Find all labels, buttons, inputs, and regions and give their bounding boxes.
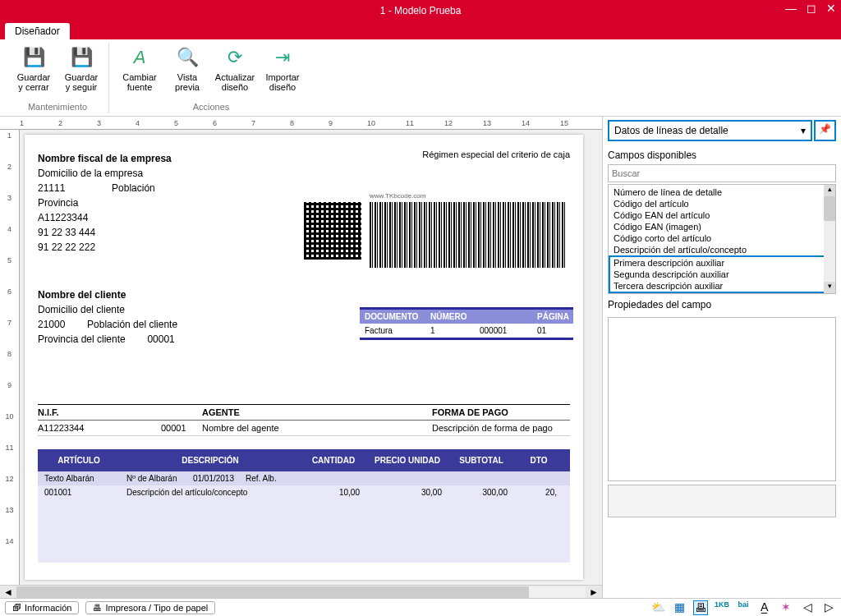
window-title: 1 - Modelo Prueba <box>380 5 462 16</box>
list-item[interactable]: Código corto del artículo <box>610 232 834 244</box>
font-icon: A <box>126 44 153 71</box>
scroll-down-icon[interactable]: ▾ <box>824 282 835 293</box>
pay-desc: Descripción de forma de pago <box>432 423 570 433</box>
nav-prev-icon[interactable]: ◁ <box>800 600 815 615</box>
list-item[interactable]: Descripción del artículo/concepto <box>610 244 834 255</box>
ribbon: 💾 Guardar y cerrar 💾 Guardar y seguir Ma… <box>0 39 841 117</box>
barcode-label: www.TKbcode.com <box>370 192 425 200</box>
horizontal-scrollbar[interactable]: ◄ ► <box>0 585 602 598</box>
docinfo-h-doc: DOCUMENTO <box>360 310 425 324</box>
nav-next-icon[interactable]: ▷ <box>821 600 836 615</box>
items-r2-desc: Descripción del artículo/concepto <box>120 488 301 497</box>
properties-preview <box>608 485 836 517</box>
items-h-price: PRECIO UNIDAD <box>366 456 448 465</box>
printer-button[interactable]: 🖶 Impresora / Tipo de papel <box>85 601 215 614</box>
items-h-art: ARTÍCULO <box>38 456 120 465</box>
printer-icon: 🖶 <box>93 603 102 613</box>
ruler-horizontal: 123456789101112131415 <box>0 117 602 130</box>
field-list-scrollbar[interactable]: ▴ ▾ <box>824 185 835 293</box>
titlebar: 1 - Modelo Prueba — ◻ ✕ <box>0 0 841 21</box>
regimen-label: Régimen especial del criterio de caja <box>422 149 570 159</box>
agent-code: 00001 <box>161 423 202 433</box>
ruler-vertical: 1234567891011121314 <box>0 130 20 585</box>
items-h-sub: SUBTOTAL <box>448 456 514 465</box>
ribbon-group-maint: Mantenimiento <box>28 102 87 113</box>
save-close-button[interactable]: 💾 Guardar y cerrar <box>13 43 54 94</box>
status-cloud-icon[interactable]: ⛅ <box>650 600 665 615</box>
statusbar: 🗊 Información 🖶 Impresora / Tipo de pape… <box>0 598 841 616</box>
client-zip: 21000 <box>38 319 65 330</box>
list-item[interactable]: Número de línea de detalle <box>610 186 834 198</box>
list-item[interactable]: Primera descripción auxiliar <box>610 257 834 269</box>
items-r2-dto: 20, <box>514 488 563 497</box>
import-design-button[interactable]: ⇥ Importar diseño <box>262 43 303 94</box>
nif-block: N.I.F. AGENTE FORMA DE PAGO A11223344 00… <box>38 404 570 436</box>
docinfo-doc: Factura <box>360 324 425 338</box>
designer-surface: 123456789101112131415 123456789101112131… <box>0 117 603 598</box>
info-button[interactable]: 🗊 Información <box>5 601 79 614</box>
change-font-button[interactable]: A Cambiar fuente <box>119 43 160 94</box>
items-r2-art: 001001 <box>38 488 120 497</box>
items-h-dto: DTO <box>514 456 563 465</box>
chevron-down-icon: ▾ <box>801 125 806 136</box>
status-palette-icon[interactable]: ▦ <box>672 600 687 615</box>
document-canvas[interactable]: Régimen especial del criterio de caja No… <box>25 135 583 580</box>
items-h-desc: DESCRIPCIÓN <box>120 456 301 465</box>
company-address: Domicilio de la empresa <box>38 166 570 181</box>
search-input[interactable] <box>608 164 836 182</box>
agent-name: Nombre del agente <box>202 423 432 433</box>
items-r2-qty: 10,00 <box>301 488 366 497</box>
client-code: 00001 <box>147 333 174 345</box>
status-text-icon[interactable]: A̲ <box>757 600 772 615</box>
save-continue-button[interactable]: 💾 Guardar y seguir <box>61 43 102 94</box>
status-print-icon[interactable]: 🖶 <box>693 600 708 615</box>
refresh-design-button[interactable]: ⟳ Actualizar diseño <box>214 43 255 94</box>
nif-h-nif: N.I.F. <box>38 407 161 417</box>
right-panel: Datos de líneas de detalle ▾ 📌 Campos di… <box>603 117 841 598</box>
minimize-icon[interactable]: — <box>785 2 797 15</box>
scroll-up-icon[interactable]: ▴ <box>824 185 835 196</box>
items-h-qty: CANTIDAD <box>301 456 366 465</box>
list-item[interactable]: Tercera descripción auxiliar <box>610 280 834 292</box>
list-item[interactable]: Segunda descripción auxiliar <box>610 269 834 280</box>
data-source-selector[interactable]: Datos de líneas de detalle ▾ <box>608 120 812 141</box>
tab-designer[interactable]: Diseñador <box>5 23 70 39</box>
company-city: Población <box>112 182 155 194</box>
maximize-icon[interactable]: ◻ <box>807 2 816 15</box>
info-icon: 🗊 <box>12 603 21 613</box>
docinfo-table: DOCUMENTO NÚMERO PÁGINA Factura 1 000001… <box>360 307 573 340</box>
docinfo-num: 000001 <box>475 324 532 338</box>
nif-value: A11223344 <box>38 423 161 433</box>
status-bai-icon[interactable]: bai <box>736 600 751 615</box>
refresh-icon: ⟳ <box>222 44 248 71</box>
docinfo-h-num: NÚMERO <box>425 310 475 324</box>
properties-box <box>608 317 836 481</box>
close-icon[interactable]: ✕ <box>826 2 836 15</box>
scroll-left-icon[interactable]: ◄ <box>0 586 16 598</box>
items-r2-price: 30,00 <box>366 488 448 497</box>
barcode-icon: www.TKbcode.com <box>370 202 567 268</box>
tab-strip: Diseñador <box>0 21 841 39</box>
docinfo-serie: 1 <box>425 324 475 338</box>
preview-button[interactable]: 🔍 Vista previa <box>167 43 208 94</box>
nif-h-pay: FORMA DE PAGO <box>432 407 570 417</box>
scroll-thumb[interactable] <box>16 586 529 598</box>
pin-icon[interactable]: 📌 <box>814 120 836 141</box>
client-name: Nombre del cliente <box>38 287 570 302</box>
status-cross-icon[interactable]: ✶ <box>779 600 793 615</box>
save-continue-icon: 💾 <box>68 44 94 71</box>
docinfo-h-pag: PÁGINA <box>532 310 573 324</box>
scroll-right-icon[interactable]: ► <box>586 586 602 598</box>
fields-label: Campos disponibles <box>608 149 836 161</box>
company-zip: 21111 <box>38 182 65 194</box>
props-label: Propiedades del campo <box>608 299 836 310</box>
status-1kb-icon[interactable]: 1KB <box>715 600 729 615</box>
field-list: Número de línea de detalle Código del ar… <box>608 184 836 294</box>
ribbon-group-actions: Acciones <box>193 102 230 113</box>
list-item[interactable]: Código del artículo <box>610 198 834 209</box>
list-item[interactable]: Código EAN del artículo <box>610 209 834 221</box>
save-close-icon: 💾 <box>21 44 47 71</box>
list-item[interactable]: Código EAN (imagen) <box>610 221 834 232</box>
client-province: Provincia del cliente <box>38 333 126 345</box>
nif-h-agent: AGENTE <box>202 407 432 417</box>
